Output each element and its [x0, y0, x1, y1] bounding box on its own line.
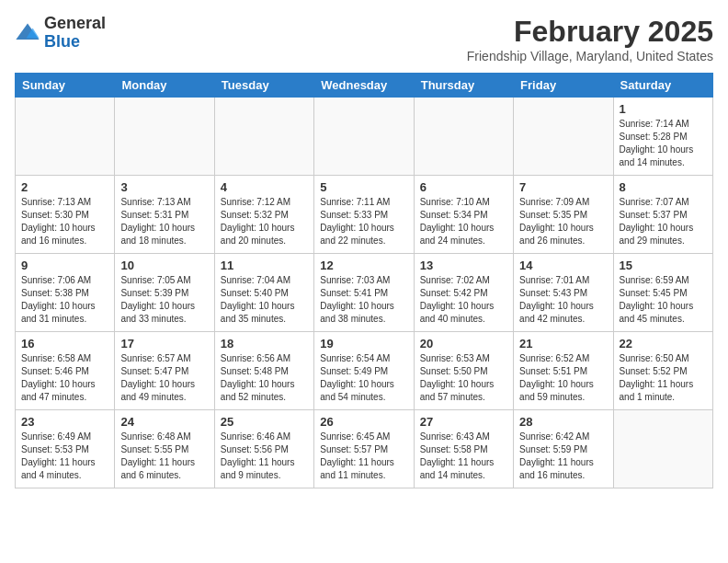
calendar-cell: 23Sunrise: 6:49 AM Sunset: 5:53 PM Dayli… — [16, 410, 115, 488]
day-info: Sunrise: 6:52 AM Sunset: 5:51 PM Dayligh… — [519, 352, 607, 404]
weekday-header-sunday: Sunday — [16, 74, 115, 98]
day-number: 24 — [120, 415, 208, 429]
day-info: Sunrise: 6:54 AM Sunset: 5:49 PM Dayligh… — [320, 352, 407, 404]
day-number: 15 — [620, 259, 707, 272]
weekday-header-friday: Friday — [514, 74, 613, 98]
logo-general: General — [44, 15, 106, 33]
day-info: Sunrise: 6:42 AM Sunset: 5:59 PM Dayligh… — [519, 431, 607, 482]
day-number: 16 — [21, 337, 108, 350]
day-number: 22 — [620, 337, 707, 350]
calendar-cell — [115, 98, 214, 176]
day-number: 9 — [21, 259, 108, 272]
calendar-cell: 7Sunrise: 7:09 AM Sunset: 5:35 PM Daylig… — [514, 176, 613, 254]
title-block: February 2025 Friendship Village, Maryla… — [467, 15, 713, 63]
calendar-cell — [214, 98, 313, 176]
day-number: 2 — [21, 180, 108, 194]
calendar-week-row: 1Sunrise: 7:14 AM Sunset: 5:28 PM Daylig… — [16, 98, 713, 176]
day-number: 4 — [221, 180, 308, 194]
calendar-cell: 24Sunrise: 6:48 AM Sunset: 5:55 PM Dayli… — [115, 410, 214, 488]
day-info: Sunrise: 7:06 AM Sunset: 5:38 PM Dayligh… — [21, 274, 108, 326]
day-number: 10 — [120, 259, 208, 272]
calendar-header-row: SundayMondayTuesdayWednesdayThursdayFrid… — [16, 74, 713, 98]
day-number: 14 — [519, 259, 607, 272]
calendar-cell — [613, 410, 712, 488]
calendar-week-row: 9Sunrise: 7:06 AM Sunset: 5:38 PM Daylig… — [16, 254, 713, 332]
day-number: 18 — [221, 337, 308, 350]
month-title: February 2025 — [467, 15, 713, 49]
calendar-cell: 21Sunrise: 6:52 AM Sunset: 5:51 PM Dayli… — [514, 332, 613, 410]
day-number: 8 — [620, 180, 707, 194]
day-info: Sunrise: 7:09 AM Sunset: 5:35 PM Dayligh… — [519, 196, 607, 247]
calendar-cell: 27Sunrise: 6:43 AM Sunset: 5:58 PM Dayli… — [414, 410, 513, 488]
weekday-header-thursday: Thursday — [414, 74, 513, 98]
calendar-cell: 4Sunrise: 7:12 AM Sunset: 5:32 PM Daylig… — [214, 176, 313, 254]
calendar-week-row: 23Sunrise: 6:49 AM Sunset: 5:53 PM Dayli… — [16, 410, 713, 488]
day-number: 23 — [21, 415, 108, 429]
day-number: 13 — [420, 259, 507, 272]
day-number: 11 — [221, 259, 308, 272]
day-info: Sunrise: 7:12 AM Sunset: 5:32 PM Dayligh… — [221, 196, 308, 247]
day-info: Sunrise: 7:13 AM Sunset: 5:30 PM Dayligh… — [21, 196, 108, 247]
calendar-cell: 3Sunrise: 7:13 AM Sunset: 5:31 PM Daylig… — [115, 176, 214, 254]
day-info: Sunrise: 6:50 AM Sunset: 5:52 PM Dayligh… — [620, 352, 707, 404]
calendar-cell: 13Sunrise: 7:02 AM Sunset: 5:42 PM Dayli… — [414, 254, 513, 332]
calendar-cell: 6Sunrise: 7:10 AM Sunset: 5:34 PM Daylig… — [414, 176, 513, 254]
calendar-cell — [414, 98, 513, 176]
calendar-cell: 10Sunrise: 7:05 AM Sunset: 5:39 PM Dayli… — [115, 254, 214, 332]
day-info: Sunrise: 7:07 AM Sunset: 5:37 PM Dayligh… — [620, 196, 707, 247]
day-info: Sunrise: 6:43 AM Sunset: 5:58 PM Dayligh… — [420, 431, 507, 482]
day-info: Sunrise: 7:04 AM Sunset: 5:40 PM Dayligh… — [221, 274, 308, 326]
day-number: 26 — [320, 415, 407, 429]
location-subtitle: Friendship Village, Maryland, United Sta… — [467, 49, 713, 63]
day-info: Sunrise: 7:02 AM Sunset: 5:42 PM Dayligh… — [420, 274, 507, 326]
day-info: Sunrise: 7:14 AM Sunset: 5:28 PM Dayligh… — [620, 118, 707, 169]
calendar-cell: 25Sunrise: 6:46 AM Sunset: 5:56 PM Dayli… — [214, 410, 313, 488]
day-info: Sunrise: 7:05 AM Sunset: 5:39 PM Dayligh… — [120, 274, 208, 326]
day-info: Sunrise: 6:53 AM Sunset: 5:50 PM Dayligh… — [420, 352, 507, 404]
day-info: Sunrise: 6:56 AM Sunset: 5:48 PM Dayligh… — [221, 352, 308, 404]
day-info: Sunrise: 7:01 AM Sunset: 5:43 PM Dayligh… — [519, 274, 607, 326]
weekday-header-tuesday: Tuesday — [214, 74, 313, 98]
weekday-header-wednesday: Wednesday — [314, 74, 414, 98]
day-info: Sunrise: 7:11 AM Sunset: 5:33 PM Dayligh… — [320, 196, 407, 247]
calendar-table: SundayMondayTuesdayWednesdayThursdayFrid… — [15, 73, 713, 488]
logo: General Blue — [15, 15, 106, 52]
day-info: Sunrise: 6:49 AM Sunset: 5:53 PM Dayligh… — [21, 431, 108, 482]
calendar-cell: 19Sunrise: 6:54 AM Sunset: 5:49 PM Dayli… — [314, 332, 414, 410]
calendar-cell: 1Sunrise: 7:14 AM Sunset: 5:28 PM Daylig… — [613, 98, 712, 176]
calendar-cell — [514, 98, 613, 176]
calendar-cell: 26Sunrise: 6:45 AM Sunset: 5:57 PM Dayli… — [314, 410, 414, 488]
calendar-cell — [314, 98, 414, 176]
calendar-cell: 28Sunrise: 6:42 AM Sunset: 5:59 PM Dayli… — [514, 410, 613, 488]
calendar-cell: 11Sunrise: 7:04 AM Sunset: 5:40 PM Dayli… — [214, 254, 313, 332]
day-number: 6 — [420, 180, 507, 194]
calendar-cell: 15Sunrise: 6:59 AM Sunset: 5:45 PM Dayli… — [613, 254, 712, 332]
day-number: 17 — [120, 337, 208, 350]
day-info: Sunrise: 7:03 AM Sunset: 5:41 PM Dayligh… — [320, 274, 407, 326]
calendar-cell: 12Sunrise: 7:03 AM Sunset: 5:41 PM Dayli… — [314, 254, 414, 332]
day-info: Sunrise: 6:57 AM Sunset: 5:47 PM Dayligh… — [120, 352, 208, 404]
day-info: Sunrise: 6:48 AM Sunset: 5:55 PM Dayligh… — [120, 431, 208, 482]
day-info: Sunrise: 6:46 AM Sunset: 5:56 PM Dayligh… — [221, 431, 308, 482]
day-number: 7 — [519, 180, 607, 194]
day-number: 12 — [320, 259, 407, 272]
calendar-cell: 5Sunrise: 7:11 AM Sunset: 5:33 PM Daylig… — [314, 176, 414, 254]
calendar-cell: 17Sunrise: 6:57 AM Sunset: 5:47 PM Dayli… — [115, 332, 214, 410]
calendar-cell: 16Sunrise: 6:58 AM Sunset: 5:46 PM Dayli… — [16, 332, 115, 410]
day-number: 1 — [620, 102, 707, 116]
logo-icon — [15, 20, 40, 46]
calendar-cell: 2Sunrise: 7:13 AM Sunset: 5:30 PM Daylig… — [16, 176, 115, 254]
day-number: 3 — [120, 180, 208, 194]
day-info: Sunrise: 7:13 AM Sunset: 5:31 PM Dayligh… — [120, 196, 208, 247]
calendar-week-row: 2Sunrise: 7:13 AM Sunset: 5:30 PM Daylig… — [16, 176, 713, 254]
calendar-week-row: 16Sunrise: 6:58 AM Sunset: 5:46 PM Dayli… — [16, 332, 713, 410]
calendar-cell: 22Sunrise: 6:50 AM Sunset: 5:52 PM Dayli… — [613, 332, 712, 410]
day-info: Sunrise: 7:10 AM Sunset: 5:34 PM Dayligh… — [420, 196, 507, 247]
day-info: Sunrise: 6:59 AM Sunset: 5:45 PM Dayligh… — [620, 274, 707, 326]
calendar-cell: 18Sunrise: 6:56 AM Sunset: 5:48 PM Dayli… — [214, 332, 313, 410]
logo-blue: Blue — [44, 33, 106, 52]
day-number: 5 — [320, 180, 407, 194]
calendar-cell: 20Sunrise: 6:53 AM Sunset: 5:50 PM Dayli… — [414, 332, 513, 410]
day-number: 20 — [420, 337, 507, 350]
calendar-cell — [16, 98, 115, 176]
